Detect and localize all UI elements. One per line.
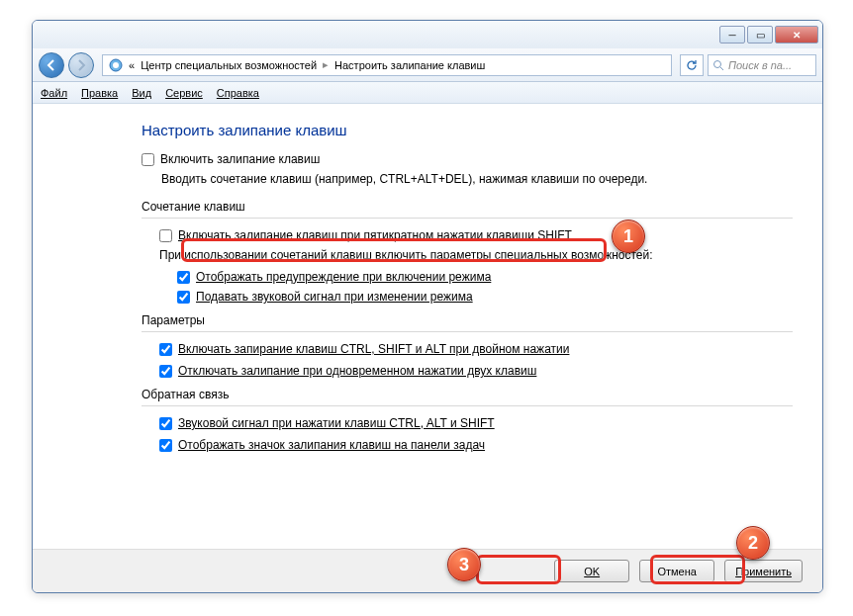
minimize-button[interactable]: ─ (719, 26, 745, 44)
maximize-button[interactable]: ▭ (747, 26, 773, 44)
section-divider-1 (142, 218, 793, 219)
dialog-footer: OK Отмена Применить (33, 549, 822, 592)
beep-checkbox[interactable] (159, 417, 172, 430)
tray-checkbox[interactable] (159, 439, 172, 452)
enable-sticky-label[interactable]: Включить залипание клавиш (160, 152, 320, 166)
sound-label[interactable]: Подавать звуковой сигнал при изменении р… (196, 290, 473, 304)
lock-label[interactable]: Включать запирание клавиш CTRL, SHIFT и … (178, 342, 569, 356)
enable-sticky-checkbox[interactable] (142, 153, 154, 166)
apply-button[interactable]: Применить (724, 560, 803, 582)
section-params-title: Параметры (142, 313, 793, 327)
page-title: Настроить залипание клавиш (142, 122, 793, 138)
svg-line-3 (720, 67, 723, 70)
close-button[interactable]: ✕ (775, 26, 818, 44)
refresh-icon (685, 58, 699, 72)
ok-button[interactable]: OK (554, 560, 629, 582)
unlock-label[interactable]: Отключать залипание при одновременном на… (178, 364, 536, 378)
unlock-checkbox[interactable] (159, 365, 172, 378)
shift5-subdesc: При использовании сочетаний клавиш включ… (159, 248, 793, 262)
ease-of-access-icon (109, 58, 123, 72)
breadcrumb-item-sticky[interactable]: Настроить залипание клавиш (334, 59, 485, 71)
refresh-button[interactable] (680, 54, 704, 76)
menu-tools[interactable]: Сервис (165, 87, 203, 99)
back-button[interactable] (39, 52, 64, 78)
section-divider-2 (142, 331, 793, 332)
shift5-label[interactable]: Включать залипание клавиш при пятикратно… (178, 228, 572, 242)
warn-checkbox[interactable] (177, 271, 190, 284)
warn-label[interactable]: Отображать предупреждение при включении … (196, 270, 491, 284)
search-input[interactable]: Поиск в па... (708, 54, 816, 76)
annotation-badge-3: 3 (447, 548, 481, 581)
breadcrumb-item-center[interactable]: Центр специальных возможностей (141, 59, 317, 71)
menu-help[interactable]: Справка (217, 87, 259, 99)
content-area: Настроить залипание клавиш Включить зали… (33, 104, 822, 452)
breadcrumb[interactable]: « Центр специальных возможностей ▸ Настр… (102, 54, 672, 76)
section-divider-3 (142, 405, 793, 406)
search-icon (712, 59, 724, 71)
annotation-badge-2: 2 (736, 526, 770, 560)
section-shortcut-title: Сочетание клавиш (142, 200, 793, 214)
annotation-badge-1: 1 (612, 220, 645, 253)
section-feedback-title: Обратная связь (142, 388, 793, 401)
enable-sticky-desc: Вводить сочетание клавиш (например, CTRL… (161, 172, 793, 186)
menu-view[interactable]: Вид (132, 87, 151, 99)
beep-label[interactable]: Звуковой сигнал при нажатии клавиш CTRL,… (178, 416, 495, 430)
menu-file[interactable]: Файл (41, 87, 67, 99)
tray-label[interactable]: Отображать значок залипания клавиш на па… (178, 438, 485, 452)
control-panel-window: ─ ▭ ✕ « Центр специальных возможностей ▸… (32, 20, 823, 593)
breadcrumb-prefix: « (129, 59, 135, 71)
titlebar: ─ ▭ ✕ (33, 21, 822, 48)
forward-button[interactable] (68, 52, 94, 78)
menu-bar: Файл Правка Вид Сервис Справка (33, 82, 822, 104)
menu-edit[interactable]: Правка (81, 87, 118, 99)
lock-checkbox[interactable] (159, 343, 172, 356)
svg-point-2 (714, 60, 721, 67)
svg-point-1 (113, 62, 119, 68)
sound-checkbox[interactable] (177, 291, 190, 304)
search-placeholder: Поиск в па... (728, 59, 792, 71)
cancel-button[interactable]: Отмена (639, 560, 714, 582)
shift5-checkbox[interactable] (159, 229, 172, 242)
navigation-bar: « Центр специальных возможностей ▸ Настр… (33, 48, 822, 82)
breadcrumb-separator: ▸ (323, 58, 329, 71)
